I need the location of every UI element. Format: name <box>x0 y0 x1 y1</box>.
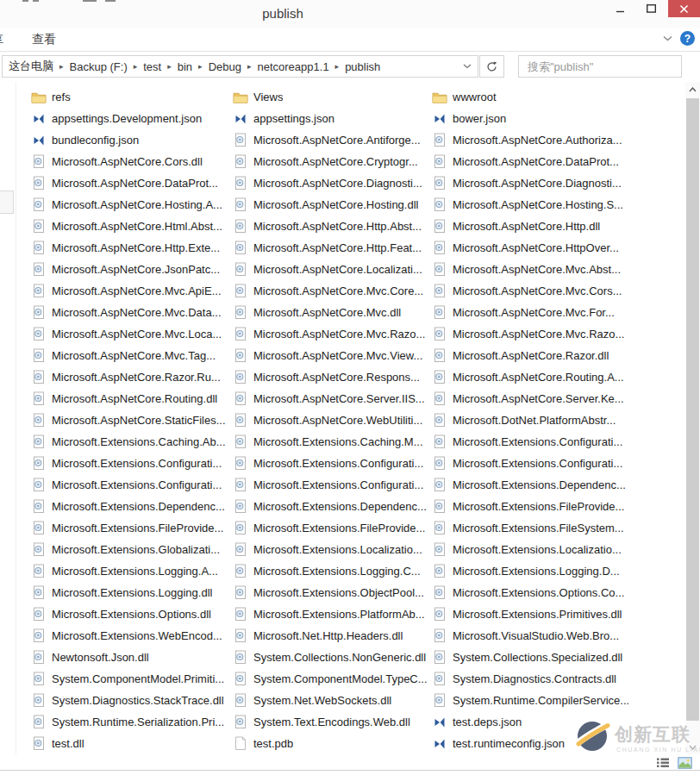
file-item[interactable]: Microsoft.AspNetCore.Server.Ke... <box>432 388 628 409</box>
address-bar[interactable]: 这台电脑▸Backup (F:)▸test▸bin▸Debug▸netcorea… <box>2 55 478 78</box>
breadcrumb-item[interactable]: Backup (F:) <box>64 60 134 73</box>
file-item[interactable]: Microsoft.Extensions.FileProvide... <box>432 496 628 517</box>
folder-item[interactable]: Views <box>233 86 429 108</box>
file-item[interactable]: Microsoft.Extensions.Configurati... <box>31 453 228 474</box>
scroll-down-button[interactable] <box>685 740 700 754</box>
folder-item[interactable]: wwwroot <box>432 86 628 108</box>
file-item[interactable]: Microsoft.Extensions.FileSystem... <box>432 517 628 539</box>
file-item[interactable]: Microsoft.Extensions.Caching.Ab... <box>31 431 228 453</box>
file-item[interactable]: Microsoft.AspNetCore.Mvc.Core... <box>233 280 429 302</box>
file-item[interactable]: bundleconfig.json <box>31 129 228 151</box>
file-item[interactable]: Microsoft.Extensions.Options.dll <box>31 603 228 625</box>
file-item[interactable]: Microsoft.Extensions.Primitives.dll <box>432 603 628 625</box>
file-item[interactable]: Microsoft.AspNetCore.Mvc.ApiE... <box>31 280 228 302</box>
file-item[interactable]: Microsoft.Extensions.Caching.M... <box>233 431 429 453</box>
file-item[interactable]: Microsoft.Extensions.Dependenc... <box>233 496 429 517</box>
file-item[interactable]: Microsoft.AspNetCore.Respons... <box>233 366 429 388</box>
file-item[interactable]: Microsoft.Extensions.Options.Co... <box>432 582 628 603</box>
file-item[interactable]: Microsoft.AspNetCore.Mvc.Loca... <box>31 323 228 345</box>
tab-view[interactable]: 查看 <box>32 32 56 47</box>
file-item[interactable]: test.dll <box>31 733 228 754</box>
file-item[interactable]: Microsoft.AspNetCore.Routing.dll <box>31 388 228 409</box>
vertical-scrollbar[interactable] <box>685 82 700 754</box>
file-item[interactable]: Microsoft.AspNetCore.Localizati... <box>233 259 429 280</box>
file-item[interactable]: Microsoft.DotNet.PlatformAbstr... <box>432 409 628 431</box>
file-item[interactable]: Microsoft.AspNetCore.Hosting.dll <box>233 194 429 216</box>
file-item[interactable]: Microsoft.Extensions.FileProvide... <box>233 517 429 539</box>
file-item[interactable]: Microsoft.AspNetCore.Authoriza... <box>432 129 628 151</box>
address-dropdown-chevron-icon[interactable] <box>457 64 478 69</box>
breadcrumb-item[interactable]: test <box>137 60 167 73</box>
maximize-button[interactable] <box>634 0 668 17</box>
file-item[interactable]: System.Diagnostics.StackTrace.dll <box>31 690 228 711</box>
file-item[interactable]: Microsoft.AspNetCore.Cors.dll <box>31 151 228 172</box>
file-item[interactable]: Microsoft.Extensions.Dependenc... <box>31 496 228 517</box>
file-item[interactable]: Microsoft.AspNetCore.Mvc.Cors... <box>432 280 628 302</box>
file-item[interactable]: System.Net.WebSockets.dll <box>233 690 429 711</box>
file-item[interactable]: Microsoft.AspNetCore.Mvc.Abst... <box>432 259 628 280</box>
file-item[interactable]: Microsoft.AspNetCore.Mvc.View... <box>233 345 429 366</box>
file-item[interactable]: test.pdb <box>233 733 429 754</box>
file-item[interactable]: test.deps.json <box>432 711 628 733</box>
file-item[interactable]: Microsoft.AspNetCore.Http.Abst... <box>233 216 429 237</box>
file-item[interactable]: Microsoft.AspNetCore.HttpOver... <box>432 237 628 259</box>
close-button[interactable] <box>668 0 700 17</box>
file-item[interactable]: Microsoft.Extensions.Logging.A... <box>31 560 228 582</box>
file-item[interactable]: Microsoft.AspNetCore.Server.IIS... <box>233 388 429 409</box>
refresh-button[interactable] <box>479 55 504 78</box>
file-item[interactable]: Microsoft.Extensions.PlatformAb... <box>233 603 429 625</box>
file-item[interactable]: Microsoft.AspNetCore.DataProt... <box>31 172 228 194</box>
file-item[interactable]: System.ComponentModel.TypeC... <box>233 668 429 690</box>
file-item[interactable]: Microsoft.AspNetCore.Mvc.For... <box>432 302 628 323</box>
file-item[interactable]: Microsoft.AspNetCore.Html.Abst... <box>31 216 228 237</box>
ribbon-collapse-chevron-icon[interactable] <box>663 35 672 41</box>
file-item[interactable]: System.ComponentModel.Primiti... <box>31 668 228 690</box>
file-item[interactable]: Microsoft.VisualStudio.Web.Bro... <box>432 625 628 647</box>
file-item[interactable]: Microsoft.AspNetCore.JsonPatc... <box>31 259 228 280</box>
file-item[interactable]: System.Text.Encodings.Web.dll <box>233 711 429 733</box>
file-item[interactable]: test.runtimeconfig.json <box>432 733 628 754</box>
scrollbar-thumb[interactable] <box>686 98 699 721</box>
search-input[interactable] <box>526 59 681 74</box>
file-item[interactable]: Microsoft.AspNetCore.DataProt... <box>432 151 628 172</box>
file-item[interactable]: System.Runtime.Serialization.Pri... <box>31 711 228 733</box>
file-item[interactable]: System.Diagnostics.Contracts.dll <box>432 668 628 690</box>
file-item[interactable]: Microsoft.AspNetCore.Razor.dll <box>432 345 628 366</box>
file-item[interactable]: Microsoft.Extensions.Logging.dll <box>31 582 228 603</box>
file-item[interactable]: Microsoft.Net.Http.Headers.dll <box>233 625 429 647</box>
file-item[interactable]: Microsoft.AspNetCore.Cryptogr... <box>233 151 429 172</box>
file-item[interactable]: Microsoft.Extensions.Logging.C... <box>233 560 429 582</box>
file-item[interactable]: Microsoft.AspNetCore.Http.Feat... <box>233 237 429 259</box>
file-item[interactable]: bower.json <box>432 108 628 129</box>
breadcrumb-item[interactable]: publish <box>339 60 386 73</box>
folder-item[interactable]: refs <box>31 86 228 108</box>
help-icon[interactable]: ? <box>680 31 695 46</box>
file-item[interactable]: Microsoft.Extensions.Configurati... <box>233 474 429 496</box>
file-item[interactable]: Microsoft.AspNetCore.WebUtiliti... <box>233 409 429 431</box>
breadcrumb-item[interactable]: Debug <box>203 60 247 73</box>
file-item[interactable]: Newtonsoft.Json.dll <box>31 647 228 668</box>
details-view-button[interactable] <box>655 756 671 769</box>
file-item[interactable]: System.Collections.NonGeneric.dll <box>233 647 429 668</box>
file-item[interactable]: Microsoft.AspNetCore.Razor.Ru... <box>31 366 228 388</box>
file-item[interactable]: Microsoft.Extensions.Configurati... <box>432 431 628 453</box>
thumbnail-view-button[interactable] <box>677 756 692 769</box>
file-item[interactable]: Microsoft.Extensions.Localizatio... <box>432 539 628 560</box>
file-item[interactable]: Microsoft.AspNetCore.Http.Exte... <box>31 237 228 259</box>
breadcrumb-item[interactable]: netcoreapp1.1 <box>251 60 334 73</box>
file-item[interactable]: Microsoft.Extensions.Dependenc... <box>432 474 628 496</box>
file-item[interactable]: Microsoft.Extensions.WebEncod... <box>31 625 228 647</box>
file-item[interactable]: Microsoft.AspNetCore.Diagnosti... <box>432 172 628 194</box>
tab-share-cropped[interactable]: 共享 <box>0 32 11 49</box>
breadcrumb-item[interactable]: 这台电脑 <box>3 59 59 74</box>
file-item[interactable]: Microsoft.AspNetCore.Hosting.S... <box>432 194 628 216</box>
file-item[interactable]: Microsoft.AspNetCore.Mvc.dll <box>233 302 429 323</box>
file-item[interactable]: Microsoft.Extensions.Logging.D... <box>432 560 628 582</box>
minimize-button[interactable] <box>607 0 634 17</box>
file-item[interactable]: Microsoft.Extensions.Globalizati... <box>31 539 228 560</box>
file-item[interactable]: Microsoft.AspNetCore.Antiforge... <box>233 129 429 151</box>
file-item[interactable]: Microsoft.Extensions.Configurati... <box>31 474 228 496</box>
file-item[interactable]: appsettings.Development.json <box>31 108 228 129</box>
file-item[interactable]: Microsoft.AspNetCore.Hosting.A... <box>31 194 228 216</box>
file-item[interactable]: Microsoft.AspNetCore.Mvc.Data... <box>31 302 228 323</box>
